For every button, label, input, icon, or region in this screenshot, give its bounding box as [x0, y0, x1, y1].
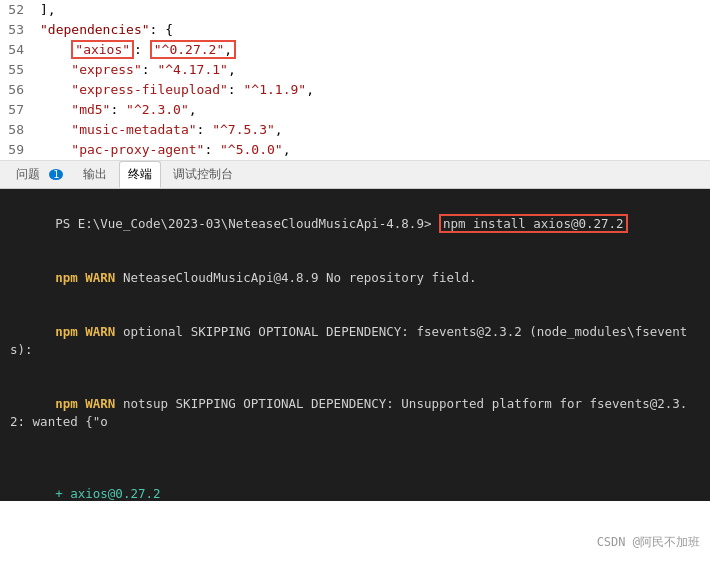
code-line-59: 59 "pac-proxy-agent": "^5.0.0", — [0, 140, 710, 160]
terminal-body: PS E:\Vue_Code\2023-03\NeteaseCloudMusic… — [0, 189, 710, 501]
warn-label: npm — [55, 396, 85, 411]
tab-problems-label: 问题 — [16, 167, 40, 181]
line-number: 55 — [0, 60, 40, 80]
terminal-line: npm WARN optional SKIPPING OPTIONAL DEPE… — [10, 305, 700, 377]
terminal-line: PS E:\Vue_Code\2023-03\NeteaseCloudMusic… — [10, 197, 700, 251]
line-number: 56 — [0, 80, 40, 100]
terminal-line: npm WARN NeteaseCloudMusicApi@4.8.9 No r… — [10, 251, 700, 305]
watermark: CSDN @阿民不加班 — [597, 534, 700, 551]
terminal-line — [10, 449, 700, 467]
code-line-54: 54 "axios": "^0.27.2", — [0, 40, 710, 60]
tab-debug-console[interactable]: 调试控制台 — [165, 162, 241, 187]
tab-output[interactable]: 输出 — [75, 162, 115, 187]
panel-tabs-bar: 问题 1 输出 终端 调试控制台 — [0, 161, 710, 189]
line-content: "express": "^4.17.1", — [40, 60, 702, 80]
line-number: 57 — [0, 100, 40, 120]
tab-problems-badge: 1 — [49, 169, 63, 180]
tab-debug-console-label: 调试控制台 — [173, 167, 233, 181]
tab-output-label: 输出 — [83, 167, 107, 181]
line-number: 59 — [0, 140, 40, 160]
panel-section: 问题 1 输出 终端 调试控制台 PS E:\Vue_Code\2023-03\… — [0, 161, 710, 501]
terminal-line: npm WARN notsup SKIPPING OPTIONAL DEPEND… — [10, 377, 700, 449]
term-success: + axios@0.27.2 — [55, 486, 160, 501]
warn-keyword: WARN — [85, 324, 115, 339]
line-number: 54 — [0, 40, 40, 60]
version-highlight: "^0.27.2", — [150, 40, 236, 59]
line-number: 58 — [0, 120, 40, 140]
line-number: 52 — [0, 0, 40, 20]
code-line-55: 55 "express": "^4.17.1", — [0, 60, 710, 80]
line-content: ], — [40, 0, 702, 20]
line-content: "axios": "^0.27.2", — [40, 40, 702, 60]
code-line-53: 53 "dependencies": { — [0, 20, 710, 40]
tab-terminal-label: 终端 — [128, 167, 152, 181]
line-content: "dependencies": { — [40, 20, 702, 40]
tab-problems[interactable]: 问题 1 — [8, 162, 71, 187]
line-content: "express-fileupload": "^1.1.9", — [40, 80, 702, 100]
warn-label: npm — [55, 324, 85, 339]
axios-highlight: "axios" — [71, 40, 134, 59]
warn-keyword: WARN — [85, 270, 115, 285]
line-content: "md5": "^2.3.0", — [40, 100, 702, 120]
warn-label: npm — [55, 270, 85, 285]
line-content: "music-metadata": "^7.5.3", — [40, 120, 702, 140]
code-line-58: 58 "music-metadata": "^7.5.3", — [0, 120, 710, 140]
npm-install-command: npm install axios@0.27.2 — [439, 214, 628, 233]
code-editor: 52 ], 53 "dependencies": { 54 "axios": "… — [0, 0, 710, 161]
terminal-line: + axios@0.27.2 — [10, 467, 700, 501]
line-number: 53 — [0, 20, 40, 40]
code-line-57: 57 "md5": "^2.3.0", — [0, 100, 710, 120]
code-line-52: 52 ], — [0, 0, 710, 20]
tab-terminal[interactable]: 终端 — [119, 161, 161, 188]
term-prompt-text: PS E:\Vue_Code\2023-03\NeteaseCloudMusic… — [55, 216, 439, 231]
panel-tabs: 问题 1 输出 终端 调试控制台 — [0, 161, 710, 189]
watermark-text: CSDN @阿民不加班 — [597, 535, 700, 549]
code-line-56: 56 "express-fileupload": "^1.1.9", — [0, 80, 710, 100]
line-content: "pac-proxy-agent": "^5.0.0", — [40, 140, 702, 160]
warn-keyword: WARN — [85, 396, 115, 411]
